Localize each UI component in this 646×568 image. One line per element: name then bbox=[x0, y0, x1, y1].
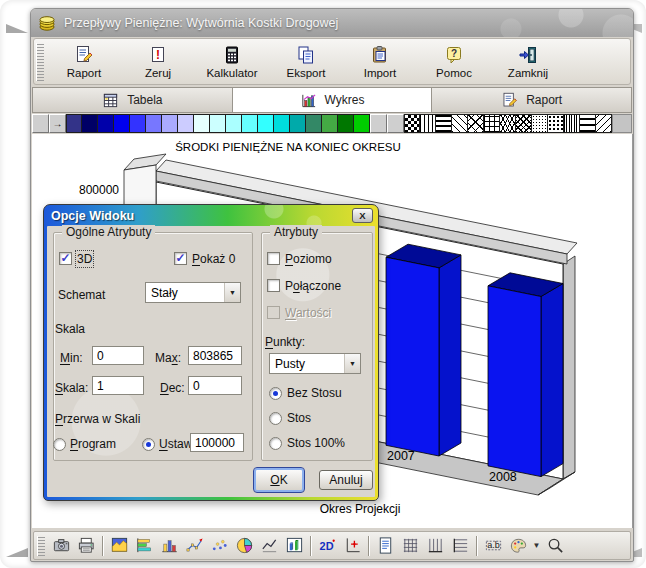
axis-tool-icon[interactable] bbox=[340, 534, 364, 558]
ustaw-input[interactable] bbox=[190, 433, 244, 452]
chart-toolbar-grip[interactable] bbox=[37, 536, 45, 556]
column-chart-icon[interactable] bbox=[157, 534, 181, 558]
radio-ustaw[interactable] bbox=[142, 438, 155, 451]
barh-chart-icon[interactable] bbox=[132, 534, 156, 558]
color-swatch[interactable] bbox=[162, 114, 178, 133]
checkbox-show-zero-label[interactable]: Pokaż 0 bbox=[192, 252, 235, 266]
pattern-swatch-dither-coarse[interactable] bbox=[548, 114, 564, 133]
pattern-swatch-vlines[interactable] bbox=[420, 114, 436, 133]
color-swatch[interactable] bbox=[114, 114, 130, 133]
color-swatch[interactable] bbox=[306, 114, 322, 133]
cancel-button[interactable]: Anuluj bbox=[319, 470, 373, 490]
checkbox-poziomo[interactable] bbox=[267, 252, 280, 265]
color-swatch[interactable] bbox=[82, 114, 98, 133]
grid-vertical-icon[interactable] bbox=[423, 534, 447, 558]
palette-icon[interactable] bbox=[506, 534, 530, 558]
tab-wykres[interactable]: Wykres bbox=[233, 87, 433, 113]
swatch-scroll-button[interactable] bbox=[32, 114, 49, 133]
pattern-swatch-diag-right[interactable] bbox=[452, 114, 468, 133]
color-swatch[interactable] bbox=[146, 114, 162, 133]
radio-stos[interactable] bbox=[269, 412, 282, 425]
radio-program[interactable] bbox=[53, 438, 66, 451]
color-swatch[interactable] bbox=[274, 114, 290, 133]
color-swatch[interactable] bbox=[98, 114, 114, 133]
radio-bez-stosu-label[interactable]: Bez Stosu bbox=[287, 386, 342, 400]
pattern-swatch-diamond[interactable] bbox=[516, 114, 532, 133]
pattern-swatch-diag-cross[interactable] bbox=[468, 114, 484, 133]
pattern-swatch-zigzag[interactable] bbox=[500, 114, 516, 133]
gallery-3d-chart-icon[interactable] bbox=[282, 534, 306, 558]
close-icon[interactable]: X bbox=[352, 208, 373, 223]
swatch-scroll-button[interactable] bbox=[387, 114, 404, 133]
toolbar-button-zamknij[interactable]: Zamknij bbox=[491, 41, 565, 83]
toolbar-button-import[interactable]: Import bbox=[343, 41, 417, 83]
swatch-arrow-button[interactable]: → bbox=[49, 114, 66, 133]
toolbar-button-zeruj[interactable]: ! Zeruj bbox=[121, 41, 195, 83]
toolbar-grip[interactable] bbox=[36, 43, 44, 81]
color-swatch[interactable] bbox=[290, 114, 306, 133]
color-swatch[interactable] bbox=[322, 114, 338, 133]
2d-icon[interactable]: 2D bbox=[315, 534, 339, 558]
color-swatch[interactable] bbox=[258, 114, 274, 133]
report-page-icon[interactable] bbox=[373, 534, 397, 558]
zoom-icon[interactable] bbox=[543, 534, 567, 558]
dialog-titlebar[interactable]: Opcje Widoku X bbox=[44, 205, 378, 226]
color-swatch[interactable] bbox=[130, 114, 146, 133]
chevron-down-icon[interactable]: ▼ bbox=[531, 541, 542, 550]
line-points-chart-icon[interactable] bbox=[182, 534, 206, 558]
color-swatch[interactable] bbox=[194, 114, 210, 133]
chart-toolbar: 2Da.b▼ bbox=[33, 531, 631, 560]
line-chart-icon[interactable] bbox=[257, 534, 281, 558]
color-swatch[interactable] bbox=[66, 114, 82, 133]
min-input[interactable] bbox=[92, 346, 144, 365]
radio-program-label[interactable]: Program bbox=[70, 437, 116, 451]
checkbox-poziomo-label[interactable]: Poziomo bbox=[285, 252, 332, 266]
camera-icon[interactable] bbox=[49, 534, 73, 558]
chevron-down-icon[interactable]: ▼ bbox=[344, 354, 360, 373]
pattern-swatch-hlines-bold[interactable] bbox=[580, 114, 596, 133]
tab-tabela[interactable]: Tabela bbox=[32, 87, 233, 113]
swatch-scroll-button[interactable] bbox=[370, 114, 387, 133]
color-swatch[interactable] bbox=[338, 114, 354, 133]
text-label-icon[interactable]: a.b bbox=[481, 534, 505, 558]
toolbar-button-kalkulator[interactable]: Kalkulator bbox=[195, 41, 269, 83]
color-swatch[interactable] bbox=[178, 114, 194, 133]
radio-stos-label[interactable]: Stos bbox=[287, 411, 311, 425]
toolbar-button-pomoc[interactable]: ? Pomoc bbox=[417, 41, 491, 83]
grid-both-icon[interactable] bbox=[398, 534, 422, 558]
scatter-chart-icon[interactable] bbox=[207, 534, 231, 558]
checkbox-3d-label[interactable]: 3D bbox=[77, 252, 92, 266]
grid-horizontal-icon[interactable] bbox=[448, 534, 472, 558]
pattern-swatch-hlines[interactable] bbox=[436, 114, 452, 133]
tab-raport[interactable]: Raport bbox=[432, 87, 632, 113]
color-swatch[interactable] bbox=[354, 114, 370, 133]
color-swatch[interactable] bbox=[210, 114, 226, 133]
dec-input[interactable] bbox=[188, 376, 242, 395]
radio-stos-100[interactable] bbox=[269, 437, 282, 450]
schemat-dropdown[interactable]: Stały ▼ bbox=[145, 282, 241, 303]
pattern-swatch-diag-left[interactable] bbox=[596, 114, 612, 133]
toolbar-button-eksport[interactable]: Eksport bbox=[269, 41, 343, 83]
color-swatch[interactable] bbox=[242, 114, 258, 133]
window-titlebar[interactable]: Przepływy Pieniężne: Wytwórnia Kostki Dr… bbox=[31, 9, 633, 37]
toolbar-button-raport[interactable]: Raport bbox=[47, 41, 121, 83]
radio-bez-stosu[interactable] bbox=[269, 387, 282, 400]
checkbox-polaczone-label[interactable]: Połączone bbox=[285, 279, 341, 293]
radio-stos-100-label[interactable]: Stos 100% bbox=[287, 436, 345, 450]
printer-icon[interactable] bbox=[74, 534, 98, 558]
area-chart-icon[interactable] bbox=[107, 534, 131, 558]
punkty-dropdown[interactable]: Pusty ▼ bbox=[269, 353, 361, 374]
pie-chart-icon[interactable] bbox=[232, 534, 256, 558]
pattern-swatch-dither-fine[interactable] bbox=[532, 114, 548, 133]
pattern-swatch-grid[interactable] bbox=[484, 114, 500, 133]
color-swatch[interactable] bbox=[226, 114, 242, 133]
checkbox-polaczone[interactable] bbox=[267, 279, 280, 292]
ok-button[interactable]: OK bbox=[253, 467, 305, 493]
checkbox-3d[interactable] bbox=[59, 252, 72, 265]
chevron-down-icon[interactable]: ▼ bbox=[224, 283, 240, 302]
max-input[interactable] bbox=[188, 346, 242, 365]
pattern-swatch-vlines-dense[interactable] bbox=[564, 114, 580, 133]
checkbox-show-zero[interactable] bbox=[174, 252, 187, 265]
pattern-swatch-checker[interactable] bbox=[404, 114, 420, 133]
skala-input[interactable] bbox=[92, 376, 144, 395]
